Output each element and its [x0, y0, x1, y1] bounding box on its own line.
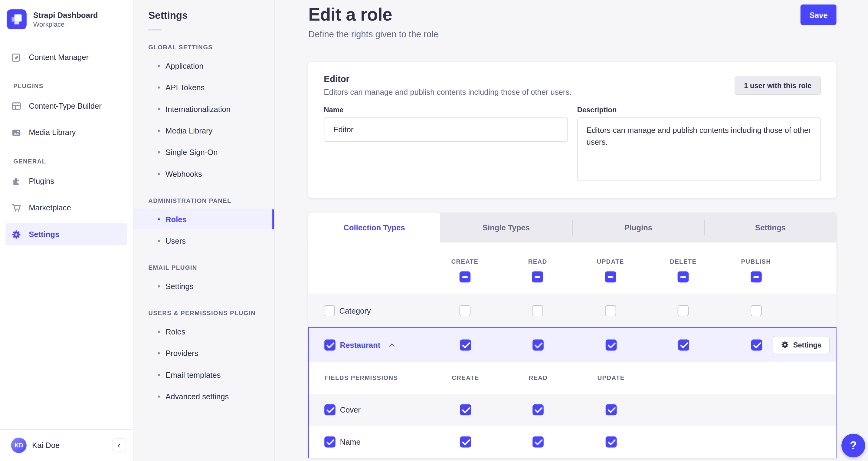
permissions-header-checkboxes: [308, 265, 837, 294]
category-update-checkbox[interactable]: [605, 305, 616, 316]
subnav-item-webhooks[interactable]: Webhooks: [133, 164, 274, 184]
row-label[interactable]: Restaurant: [340, 340, 380, 349]
workspace-name: Workplace: [33, 20, 98, 29]
gear-icon: [11, 229, 21, 239]
sidebar-item-label: Plugins: [29, 177, 54, 185]
subnav-item-application[interactable]: Application: [133, 56, 274, 76]
tab-single-types[interactable]: Single Types: [440, 213, 572, 243]
tab-settings[interactable]: Settings: [704, 213, 837, 243]
name-create-checkbox[interactable]: [460, 436, 471, 448]
restaurant-update-checkbox[interactable]: [606, 339, 617, 350]
description-field-group: Description Editors can manage and publi…: [577, 106, 821, 183]
main-sidebar: Strapi Dashboard Workplace Content Manag…: [0, 0, 133, 461]
subnav-item-email-settings[interactable]: Settings: [133, 276, 274, 296]
role-card-top: Editor Editors can manage and publish co…: [324, 74, 821, 96]
scale-wrapper: Strapi Dashboard Workplace Content Manag…: [0, 0, 868, 461]
fields-permissions-label: FIELDS PERMISSIONS: [324, 374, 398, 381]
table-row-restaurant[interactable]: Restaurant Settings: [309, 328, 836, 362]
role-name-input[interactable]: [324, 117, 567, 142]
category-read-checkbox[interactable]: [532, 305, 544, 316]
subnav-item-roles-up[interactable]: Roles: [133, 322, 274, 342]
main-content: Edit a role Define the rights given to t…: [275, 0, 868, 461]
nav-section-general: GENERAL: [13, 158, 120, 164]
workspace-switcher[interactable]: Strapi Dashboard Workplace: [0, 0, 133, 39]
column-header-publish: PUBLISH: [720, 258, 793, 265]
bullet-icon: [158, 374, 160, 376]
category-row-checkbox[interactable]: [324, 305, 335, 316]
table-row-category[interactable]: Category: [308, 294, 837, 327]
question-mark-icon: ?: [850, 439, 857, 452]
subnav-section-users-permissions-plugin: USERS & PERMISSIONS PLUGIN: [148, 310, 274, 316]
permissions-tabs: Collection Types Single Types Plugins Se…: [308, 213, 837, 243]
bullet-icon: [158, 151, 160, 153]
sidebar-item-settings[interactable]: Settings: [5, 223, 127, 245]
fields-column-update: UPDATE: [575, 374, 647, 381]
category-delete-checkbox[interactable]: [678, 305, 689, 316]
subnav-item-roles-admin[interactable]: Roles: [133, 209, 274, 229]
row-label[interactable]: Name: [340, 437, 360, 446]
cover-create-checkbox[interactable]: [460, 404, 471, 415]
select-all-create-checkbox[interactable]: [459, 271, 470, 283]
row-label[interactable]: Category: [339, 306, 371, 315]
category-create-checkbox[interactable]: [459, 305, 470, 316]
settings-button-label: Settings: [793, 341, 822, 349]
fields-column-create: CREATE: [429, 374, 502, 381]
subnav-section-administration-panel: ADMINISTRATION PANEL: [148, 197, 274, 204]
bullet-icon: [158, 285, 160, 287]
name-field-label: Name: [324, 106, 567, 114]
user-name: Kai Doe: [32, 441, 106, 450]
column-header-create: CREATE: [428, 258, 501, 265]
field-row-name[interactable]: Name: [309, 426, 836, 458]
subnav-item-internationalization[interactable]: Internationalization: [133, 99, 274, 119]
tab-collection-types[interactable]: Collection Types: [308, 213, 440, 243]
collapse-sidebar-button[interactable]: ‹: [112, 438, 126, 453]
bullet-icon: [158, 173, 160, 175]
sidebar-item-label: Marketplace: [29, 203, 71, 212]
subnav-item-providers[interactable]: Providers: [133, 343, 274, 363]
subnav-item-single-sign-on[interactable]: Single Sign-On: [133, 142, 274, 162]
sidebar-item-content-manager[interactable]: Content Manager: [5, 46, 127, 68]
subnav-item-advanced-settings[interactable]: Advanced settings: [133, 386, 274, 406]
select-all-update-checkbox[interactable]: [605, 271, 616, 283]
row-label[interactable]: Cover: [340, 405, 360, 414]
select-all-publish-checkbox[interactable]: [751, 271, 762, 283]
strapi-logo-icon: [7, 9, 27, 29]
restaurant-read-checkbox[interactable]: [533, 339, 544, 350]
category-publish-checkbox[interactable]: [751, 305, 762, 316]
avatar[interactable]: KD: [11, 437, 27, 453]
sidebar-item-media-library[interactable]: Media Library: [5, 121, 127, 143]
help-button[interactable]: ?: [841, 434, 865, 458]
name-update-checkbox[interactable]: [606, 436, 617, 448]
name-read-checkbox[interactable]: [533, 436, 544, 448]
cover-row-checkbox[interactable]: [324, 404, 336, 415]
restaurant-publish-checkbox[interactable]: [751, 339, 762, 350]
bullet-icon: [158, 65, 160, 67]
restaurant-row-checkbox[interactable]: [324, 339, 336, 350]
restaurant-settings-button[interactable]: Settings: [773, 336, 830, 354]
subnav-divider: [148, 29, 161, 31]
subnav-item-email-templates[interactable]: Email templates: [133, 365, 274, 385]
save-button[interactable]: Save: [801, 4, 836, 25]
sidebar-item-plugins[interactable]: Plugins: [5, 170, 127, 192]
role-description-input[interactable]: Editors can manage and publish contents …: [577, 117, 821, 181]
brand-text: Strapi Dashboard Workplace: [33, 10, 98, 29]
users-with-role-button[interactable]: 1 user with this role: [735, 76, 821, 94]
sidebar-item-content-type-builder[interactable]: Content-Type Builder: [5, 95, 127, 117]
field-row-cover[interactable]: Cover: [309, 394, 836, 426]
column-header-read: READ: [501, 258, 574, 265]
cover-update-checkbox[interactable]: [606, 404, 617, 415]
subnav-item-users[interactable]: Users: [133, 231, 274, 251]
restaurant-delete-checkbox[interactable]: [678, 339, 689, 350]
name-row-checkbox[interactable]: [324, 436, 336, 448]
cover-read-checkbox[interactable]: [533, 404, 544, 415]
restaurant-create-checkbox[interactable]: [460, 339, 471, 350]
subnav-item-api-tokens[interactable]: API Tokens: [133, 78, 274, 97]
role-fields-row: Name Description Editors can manage and …: [324, 106, 821, 183]
bullet-icon: [158, 129, 160, 132]
subnav-item-media-library[interactable]: Media Library: [133, 121, 274, 141]
sidebar-item-marketplace[interactable]: Marketplace: [5, 197, 127, 219]
tab-plugins[interactable]: Plugins: [572, 213, 704, 243]
select-all-read-checkbox[interactable]: [532, 271, 544, 283]
select-all-delete-checkbox[interactable]: [678, 271, 689, 283]
permissions-section: Collection Types Single Types Plugins Se…: [308, 213, 837, 458]
